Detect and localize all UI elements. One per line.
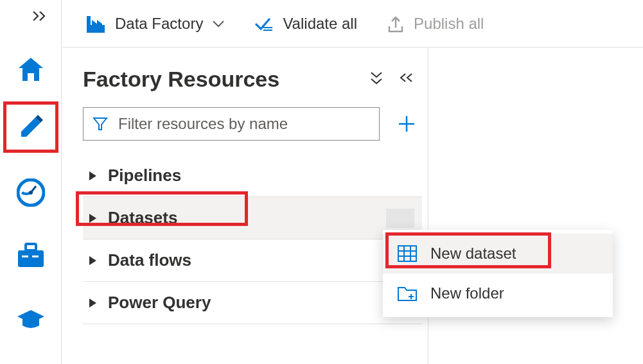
menu-item-new-folder[interactable]: New folder: [383, 273, 613, 313]
factory-icon: [85, 13, 106, 34]
collapse-panel-button[interactable]: [399, 71, 413, 87]
gauge-icon: [17, 178, 45, 207]
svg-rect-4: [26, 244, 36, 250]
publish-all-label: Publish all: [414, 15, 484, 33]
plus-icon: [397, 114, 416, 134]
folder-add-icon: [397, 283, 418, 304]
chevron-right-icon: [89, 256, 96, 265]
panel-title: Factory Resources: [83, 67, 279, 92]
rail-collapse-toggle[interactable]: [32, 10, 46, 24]
tree-item-dataflows[interactable]: Data flows: [83, 239, 422, 282]
nav-manage[interactable]: [6, 231, 55, 280]
tree-item-powerquery[interactable]: Power Query: [83, 282, 422, 324]
factory-resources-panel: Factory Resources: [62, 48, 422, 324]
tree-item-actions-button[interactable]: [386, 209, 414, 228]
expand-all-button[interactable]: [369, 71, 383, 87]
nav-learn[interactable]: [6, 295, 55, 344]
menu-item-new-dataset[interactable]: New dataset: [383, 234, 613, 273]
svg-rect-7: [87, 25, 105, 33]
chevron-right-icon: [89, 214, 96, 223]
left-nav-rail: [0, 0, 62, 364]
breadcrumb-label: Data Factory: [115, 15, 203, 33]
filter-input[interactable]: [117, 114, 370, 134]
context-menu: New dataset New folder: [383, 230, 613, 317]
menu-item-label: New folder: [430, 284, 504, 302]
add-resource-button[interactable]: [391, 108, 422, 139]
tree-item-label: Datasets: [108, 208, 177, 228]
nav-author[interactable]: [6, 103, 55, 152]
filter-icon: [92, 117, 108, 131]
pencil-icon: [17, 114, 44, 141]
toolbox-icon: [17, 243, 45, 268]
home-icon: [17, 56, 44, 82]
svg-point-2: [29, 191, 33, 195]
validate-all-button[interactable]: Validate all: [254, 15, 357, 33]
svg-rect-8: [87, 16, 91, 25]
chevron-down-icon[interactable]: [212, 20, 225, 28]
svg-rect-6: [32, 256, 39, 257]
chevron-right-icon: [89, 171, 96, 180]
graduation-cap-icon: [16, 309, 46, 331]
validate-icon: [254, 16, 274, 31]
validate-all-label: Validate all: [283, 15, 357, 33]
breadcrumb[interactable]: Data Factory: [85, 13, 225, 34]
publish-all-button[interactable]: Publish all: [387, 15, 484, 33]
top-toolbar: Data Factory Validate all Publish all: [62, 0, 643, 48]
nav-monitor[interactable]: [6, 168, 55, 217]
tree-item-label: Data flows: [108, 250, 191, 270]
dataset-icon: [397, 243, 418, 264]
tree-item-datasets[interactable]: Datasets: [83, 197, 422, 239]
menu-item-label: New dataset: [430, 245, 516, 263]
chevron-right-icon: [89, 299, 96, 308]
filter-input-wrapper[interactable]: [83, 107, 380, 141]
resource-tree: Pipelines Datasets Data flows Power Quer…: [83, 155, 422, 324]
tree-item-label: Pipelines: [108, 166, 181, 186]
nav-home[interactable]: [6, 45, 55, 94]
tree-item-pipelines[interactable]: Pipelines: [83, 155, 422, 197]
svg-rect-13: [398, 246, 416, 261]
svg-rect-3: [18, 250, 44, 267]
tree-item-label: Power Query: [108, 293, 211, 313]
publish-icon: [387, 15, 405, 33]
svg-rect-5: [22, 256, 28, 257]
